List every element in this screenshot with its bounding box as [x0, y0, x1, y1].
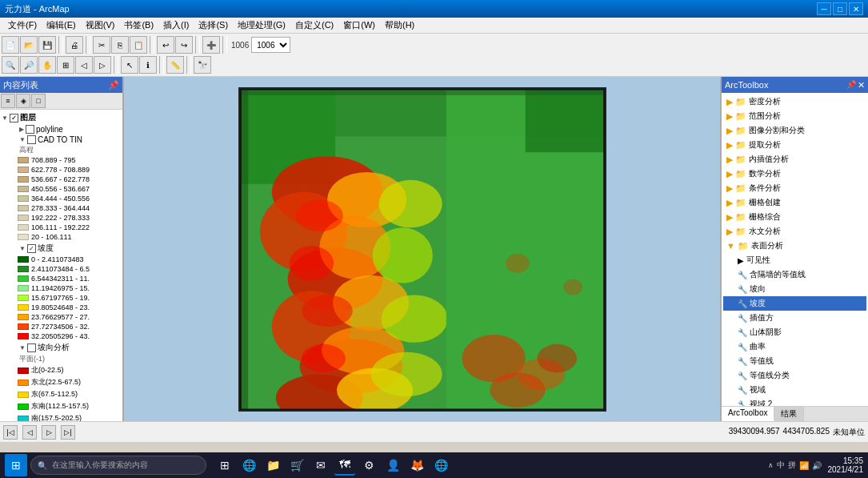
toolbox-sub-aspect[interactable]: 🔧 坡向: [723, 282, 866, 296]
taskbar-icon-user[interactable]: 👤: [382, 455, 403, 476]
taskbar-icon-network[interactable]: 🌐: [430, 455, 451, 476]
menu-help[interactable]: 帮助(H): [380, 18, 419, 33]
nav-next-btn[interactable]: ▷: [42, 425, 56, 440]
menu-select[interactable]: 选择(S): [194, 18, 233, 33]
menu-geoprocess[interactable]: 地理处理(G): [233, 18, 290, 33]
taskbar-icon-browser[interactable]: 🦊: [406, 455, 427, 476]
toolbox-sub-hillshade[interactable]: 🔧 山体阴影: [723, 325, 866, 339]
new-btn[interactable]: 📄: [2, 36, 19, 54]
menu-insert[interactable]: 插入(I): [158, 18, 194, 33]
nav-first-btn[interactable]: |◁: [3, 425, 18, 440]
toolbox-sub-viewshed2[interactable]: 🔧 视域 2: [723, 397, 866, 406]
toolbox-item-range[interactable]: ▶ 📁 范围分析: [723, 109, 866, 123]
toc-group-layers-header[interactable]: ▼ 图层: [2, 111, 121, 124]
zoom-out-btn[interactable]: 🔎: [20, 56, 38, 74]
clock[interactable]: 15:35 2021/4/21: [828, 456, 864, 474]
toc-layer-polyline[interactable]: ▶ polyline: [2, 124, 121, 135]
select-btn[interactable]: ↖: [121, 56, 138, 74]
polyline-checkbox[interactable]: [26, 125, 34, 134]
prev-extent-btn[interactable]: ◁: [75, 56, 93, 74]
tray-expand[interactable]: ∧: [768, 461, 774, 469]
minimize-button[interactable]: ─: [817, 2, 831, 15]
toolbox-item-condition[interactable]: ▶ 📁 条件分析: [723, 181, 866, 195]
toc-layer-slope[interactable]: ▼ 坡度: [2, 242, 121, 255]
toolbox-item-hydrology[interactable]: ▶ 📁 水文分析: [723, 224, 866, 239]
taskbar-icon-mail[interactable]: ✉: [310, 455, 331, 476]
toolbox-close-icon[interactable]: ✕: [858, 80, 865, 90]
swatch-20: [18, 234, 29, 240]
taskbar-search[interactable]: 🔍 在这里输入你要搜索的内容: [30, 456, 206, 475]
menu-view[interactable]: 视图(V): [81, 18, 120, 33]
toolbox-sub-contour-list[interactable]: 🔧 等值线分类: [723, 368, 866, 383]
toc-layer-aspect[interactable]: ▼ 坡向分析: [2, 341, 121, 354]
zoom-in-btn[interactable]: 🔍: [2, 56, 19, 74]
toc-layer-cad-tin[interactable]: ▼ CAD TO TIN: [2, 135, 121, 145]
toolbox-label-range: 范围分析: [749, 110, 781, 122]
toolbox-sub-contour-barrier[interactable]: 🔧 含隔墙的等值线: [723, 267, 866, 282]
map-area[interactable]: [124, 77, 720, 421]
toolbox-sub-slope[interactable]: 🔧 坡度: [723, 296, 866, 311]
toolbox-sub-visibility[interactable]: ▶ 可见性: [723, 253, 866, 267]
copy-btn[interactable]: ⎘: [111, 36, 129, 54]
toc-btn-source[interactable]: ◈: [16, 94, 30, 108]
add-data-btn[interactable]: ➕: [202, 36, 220, 54]
toolbox-item-density[interactable]: ▶ 📁 密度分析: [723, 94, 866, 109]
toolbox-sub-contour[interactable]: 🔧 等值线: [723, 354, 866, 368]
toolbox-item-interpolate[interactable]: ▶ 📁 内插值分析: [723, 152, 866, 167]
print-btn[interactable]: 🖨: [66, 36, 83, 54]
menu-bookmark[interactable]: 书签(B): [119, 18, 158, 33]
toolbox-sub-viewshed[interactable]: 🔧 视域: [723, 383, 866, 397]
layers-checkbox[interactable]: [10, 114, 18, 123]
menu-window[interactable]: 窗口(W): [338, 18, 380, 33]
magnify-btn[interactable]: 🔭: [194, 56, 211, 74]
scale-select[interactable]: 1006: [251, 37, 290, 53]
aspect-checkbox[interactable]: [27, 343, 36, 352]
tray-cn-icon[interactable]: 中: [777, 460, 785, 471]
taskbar-icon-explorer[interactable]: 📁: [262, 455, 283, 476]
taskbar-icon-arcmap[interactable]: 🗺: [334, 455, 355, 476]
panel-pin-icon[interactable]: 📌: [108, 80, 119, 90]
identify-btn[interactable]: ℹ: [139, 56, 157, 74]
menu-customize[interactable]: 自定义(C): [290, 18, 338, 33]
maximize-button[interactable]: □: [833, 2, 847, 15]
measure-btn[interactable]: 📏: [166, 56, 184, 74]
cut-btn[interactable]: ✂: [93, 36, 110, 54]
toolbox-label-surface: 表面分析: [751, 240, 783, 251]
close-button[interactable]: ✕: [849, 2, 863, 15]
paste-btn[interactable]: 📋: [130, 36, 147, 54]
toolbox-item-image[interactable]: ▶ 📁 图像分割和分类: [723, 123, 866, 138]
cadtin-checkbox[interactable]: [27, 135, 36, 144]
toolbox-item-math[interactable]: ▶ 📁 数学分析: [723, 167, 866, 181]
folder-icon-math: ▶ 📁: [726, 169, 746, 179]
toolbox-item-raster-create[interactable]: ▶ 📁 栅格创建: [723, 195, 866, 210]
toolbox-unpin-icon[interactable]: 📌: [846, 80, 856, 90]
toolbox-sub-curvature[interactable]: 🔧 曲率: [723, 339, 866, 354]
menu-edit[interactable]: 编辑(E): [42, 18, 81, 33]
toolbox-sub-topo-raster[interactable]: 🔧 插值方: [723, 311, 866, 325]
next-extent-btn[interactable]: ▷: [94, 56, 111, 74]
start-button[interactable]: ⊞: [5, 454, 27, 476]
toc-btn-list[interactable]: ≡: [1, 94, 15, 108]
toolbox-item-raster-gen[interactable]: ▶ 📁 栅格综合: [723, 210, 866, 224]
menu-file[interactable]: 文件(F): [3, 18, 42, 33]
save-btn[interactable]: 💾: [38, 36, 56, 54]
toolbox-item-surface[interactable]: ▼ 📁 表面分析: [723, 239, 866, 253]
pan-btn[interactable]: ✋: [38, 56, 56, 74]
full-extent-btn[interactable]: ⊞: [57, 56, 74, 74]
swatch-slope-15: [18, 295, 29, 301]
taskbar-icon-task[interactable]: ⊞: [214, 455, 235, 476]
tray-ime-icon[interactable]: 拼: [788, 460, 796, 471]
open-btn[interactable]: 📂: [20, 36, 38, 54]
taskbar-icon-settings[interactable]: ⚙: [358, 455, 379, 476]
taskbar-icon-store[interactable]: 🛒: [286, 455, 307, 476]
toolbox-item-extract[interactable]: ▶ 📁 提取分析: [723, 138, 866, 152]
redo-btn[interactable]: ↪: [175, 36, 193, 54]
slope-checkbox[interactable]: [27, 244, 36, 253]
nav-last-btn[interactable]: ▷|: [61, 425, 75, 440]
tab-results[interactable]: 结果: [774, 407, 804, 421]
taskbar-icon-edge[interactable]: 🌐: [238, 455, 259, 476]
nav-prev-btn[interactable]: ◁: [22, 425, 37, 440]
tab-arctoolbox[interactable]: ArcToolbox: [722, 407, 774, 421]
undo-btn[interactable]: ↩: [157, 36, 174, 54]
toc-btn-select[interactable]: □: [31, 94, 46, 108]
